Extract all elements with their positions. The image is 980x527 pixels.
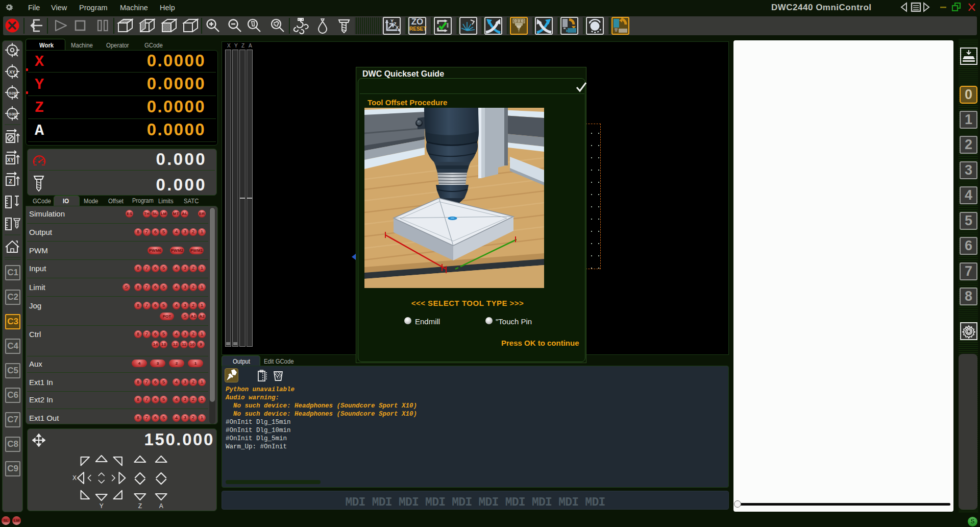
svg-text:Z: Z: [138, 502, 142, 510]
svg-text:A: A: [159, 502, 163, 510]
svg-text:X: X: [396, 25, 399, 30]
svg-text:X: X: [72, 474, 77, 482]
svg-text:XY: XY: [9, 69, 15, 75]
svg-text:Z: Z: [9, 179, 12, 184]
svg-text:Y: Y: [100, 502, 104, 510]
svg-text:XY: XY: [7, 157, 14, 163]
svg-text:G28: G28: [8, 91, 16, 95]
svg-text:G30: G30: [8, 112, 16, 116]
